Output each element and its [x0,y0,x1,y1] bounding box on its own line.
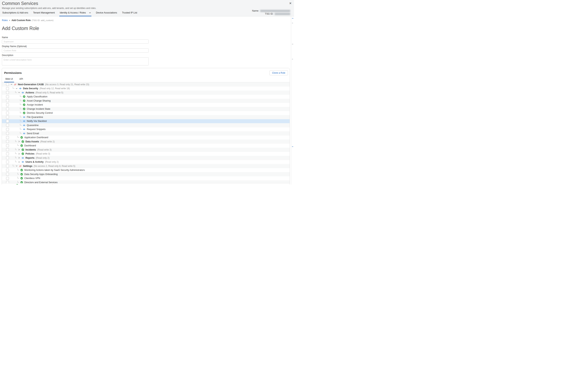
tree-row-notify-via-slackbot[interactable]: Notify Via Slackbot [2,119,290,123]
row-checkbox[interactable] [6,140,9,143]
tree-row-next-generation-casb[interactable]: Next-Generation CASB(No access 3, Read o… [2,82,290,87]
tree-row-assign-incident[interactable]: Assign Incident [2,103,290,107]
read-only-icon[interactable] [21,160,24,163]
read-write-icon[interactable] [21,140,24,143]
chevron-down-icon[interactable] [16,88,18,90]
row-checkbox[interactable] [6,169,9,172]
tree-row-asset-change-sharing[interactable]: Asset Change Sharing [2,99,290,103]
row-checkbox[interactable] [6,112,9,114]
read-only-icon[interactable] [23,124,25,127]
read-only-icon[interactable] [23,116,25,119]
row-checkbox[interactable] [6,83,9,86]
read-only-icon[interactable] [21,91,24,94]
row-checkbox[interactable] [6,95,9,98]
display-name-input[interactable] [2,48,149,53]
permissions-tab-web-ui[interactable]: Web UI [4,77,14,82]
chevron-down-icon[interactable] [10,83,12,85]
chevron-right-icon[interactable] [18,157,20,159]
read-write-icon[interactable] [20,181,23,183]
row-checkbox[interactable] [6,87,9,90]
row-checkbox[interactable] [6,91,9,94]
chevron-down-icon[interactable] [18,91,20,94]
tree-row-application-dashboard[interactable]: Application Dashboard [2,136,290,140]
chevron-down-icon[interactable] [89,12,91,14]
read-write-icon[interactable] [23,95,25,98]
read-write-icon[interactable] [23,112,25,114]
read-only-icon[interactable] [23,128,25,130]
tab-subscriptions-add-ons[interactable]: Subscriptions & Add-ons [2,11,29,16]
row-checkbox[interactable] [6,181,9,183]
row-checkbox[interactable] [6,120,9,123]
main-content: Roles › Add Custom Role (TSG ID: add_cus… [0,19,291,184]
description-input[interactable] [2,57,149,66]
tree-row-request-snippets[interactable]: Request Snippets [2,127,290,131]
row-checkbox[interactable] [6,128,9,131]
row-checkbox[interactable] [6,160,9,163]
tree-row-directory-and-external-services[interactable]: Directory and External Services [2,180,290,183]
row-checkbox[interactable] [6,116,9,119]
read-write-icon[interactable] [23,108,25,110]
row-checkbox[interactable] [6,156,9,159]
read-write-icon[interactable] [23,100,25,102]
read-write-icon[interactable] [20,173,23,176]
read-only-icon[interactable] [23,120,25,122]
read-only-icon[interactable] [23,132,25,135]
row-checkbox[interactable] [6,132,9,135]
tree-row-data-assets[interactable]: Data Assets(Read write 2) [2,140,290,144]
close-button[interactable]: ✕ [288,1,292,5]
row-checkbox[interactable] [6,173,9,176]
tab-trusted-ip-list[interactable]: Trusted IP List [122,11,137,16]
tree-row-send-email[interactable]: Send Email [2,131,290,136]
row-checkbox[interactable] [6,165,9,167]
no-access-icon[interactable] [19,165,22,167]
row-checkbox[interactable] [6,148,9,151]
tree-row-file-quarantine[interactable]: File Quarantine [2,115,290,119]
chevron-down-icon[interactable] [16,165,18,167]
permissions-tab-api[interactable]: API [18,77,24,82]
row-checkbox[interactable] [6,152,9,155]
read-write-icon[interactable] [20,144,23,147]
clone-role-button[interactable]: Clone a Role [270,70,288,75]
tree-row-quarantine[interactable]: Quarantine [2,123,290,127]
chevron-right-icon[interactable] [18,149,20,151]
tree-row-policies[interactable]: Policies(Read write 3) [2,152,290,156]
chevron-right-icon[interactable] [18,161,20,163]
row-checkbox[interactable] [6,108,9,110]
row-checkbox[interactable] [6,103,9,106]
row-checkbox[interactable] [6,99,9,102]
tree-row-apply-classification[interactable]: Apply Classification [2,95,290,99]
chevron-right-icon[interactable] [18,140,20,142]
tab-tenant-management[interactable]: Tenant Management [33,11,55,16]
name-input[interactable] [2,40,149,44]
tree-row-monitoring-actions-taken-by-saas-security-administrators[interactable]: Monitoring Actions taken by SaaS Securit… [2,168,290,172]
read-write-icon[interactable] [21,152,24,155]
row-checkbox[interactable] [6,136,9,139]
tree-row-change-incident-state[interactable]: Change Incident State [2,107,290,111]
read-write-icon[interactable] [20,136,23,139]
row-checkbox[interactable] [6,177,9,180]
tree-row-count: (No access 2, Read only 8, Read write 5) [34,165,75,167]
tree-row-reports[interactable]: Reports(Read only 2) [2,156,290,160]
tree-row-settings[interactable]: Settings(No access 2, Read only 8, Read … [2,164,290,168]
tree-row-incidents[interactable]: Incidents(Read write 3) [2,148,290,152]
read-write-icon[interactable] [23,103,25,106]
row-checkbox[interactable] [6,124,9,127]
tab-identity-access-roles[interactable]: Identity & Access / Roles [59,11,91,16]
tree-row-dismiss-security-control[interactable]: Dismiss Security Control [2,111,290,115]
read-write-icon[interactable] [21,149,24,151]
tree-row-actions[interactable]: Actions(Read only 5, Read write 5) [2,90,290,95]
row-checkbox[interactable] [6,144,9,147]
tree-row-data-security[interactable]: Data Security(Read only 12, Read write 1… [2,87,290,91]
read-only-icon[interactable] [21,157,24,159]
read-write-icon[interactable] [20,169,23,171]
tree-row-dashboard[interactable]: Dashboard [2,144,290,148]
tab-device-associations[interactable]: Device Associations [95,11,117,16]
read-write-icon[interactable] [20,177,23,180]
tree-row-users-activity[interactable]: Users & Activity(Read only 2) [2,160,290,164]
read-only-icon[interactable] [19,87,22,90]
tree-row-data-security-apps-onboarding[interactable]: Data Security Apps Onboarding [2,172,290,176]
no-access-icon[interactable] [14,83,17,86]
tree-row-clientless-vpn[interactable]: Clientless VPN [2,176,290,180]
breadcrumb-link-roles[interactable]: Roles [2,19,8,22]
chevron-right-icon[interactable] [18,153,20,155]
